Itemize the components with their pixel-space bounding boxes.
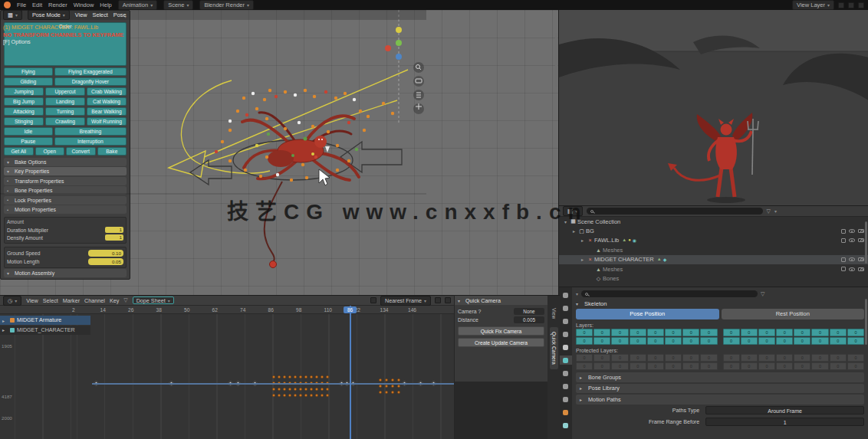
armature-layer-cell[interactable]: 0 [830,354,847,362]
snap-mode-dropdown[interactable]: Nearest Frame▾ [380,296,431,306]
viewport-menu-view[interactable]: View [75,11,87,18]
expand-arrow-icon[interactable]: ▸ [579,257,586,262]
armature-layer-cell[interactable]: 0 [811,362,828,370]
armature-layer-cell[interactable]: 0 [630,337,646,345]
mode-dropdown[interactable]: Dope Sheet▾ [133,296,174,304]
disable-render-icon[interactable] [858,267,864,271]
mode-dropdown[interactable]: Pose Mode▾ [28,10,70,20]
keyframe-selected[interactable] [385,391,388,394]
armature-layer-cell[interactable]: 0 [682,329,699,336]
properties-search-input[interactable] [581,290,758,297]
filter-icon[interactable]: ▽ [761,291,764,297]
armature-layer-cell[interactable]: 0 [741,362,758,370]
panel-bone-groups[interactable]: ▸Bone Groups [576,372,864,382]
timeline-menu-view[interactable]: View [26,297,38,304]
hide-viewport-icon[interactable] [849,229,855,233]
armature-layer-cell[interactable]: 0 [741,354,758,362]
render-engine-dropdown[interactable]: Blender Render▾ [199,0,254,10]
keyframe-selected[interactable] [397,385,400,388]
filter-icon[interactable]: ▽ [767,208,771,215]
keyframe-selected[interactable] [283,375,286,378]
armature-layer-cell[interactable]: 0 [647,362,664,370]
prop-value-dropdown[interactable]: Around Frame [705,406,864,414]
panel-pose-library[interactable]: ▸Pose Library [576,384,864,394]
armature-layer-cell[interactable]: 0 [665,337,682,345]
playhead[interactable] [350,306,351,439]
disable-render-icon[interactable] [858,257,864,261]
keyframe-selected[interactable] [299,388,302,391]
blender-logo-icon[interactable] [4,2,11,8]
properties-tab-view-layer[interactable] [559,329,572,339]
properties-tab-render[interactable] [559,303,572,313]
keyframe-selected[interactable] [379,385,382,388]
filter-icon[interactable]: ▽ [123,297,127,303]
qc-value[interactable]: 0.005 [514,316,544,323]
properties-tab-particles[interactable] [559,382,572,391]
menu-icon[interactable]: ▾ [576,291,578,296]
keyframe-selected[interactable] [385,378,388,382]
expand-arrow-icon[interactable]: ▸ [579,238,586,243]
disable-render-icon[interactable] [858,229,864,233]
armature-layer-cell[interactable]: 0 [830,337,847,345]
side-tab-quick-camera[interactable]: Quick Camera [550,327,558,369]
keyframe-selected[interactable] [299,375,302,378]
paste-keyframes-icon[interactable] [445,297,451,303]
armature-layer-cell[interactable]: 0 [794,337,810,345]
settings-icon[interactable] [858,2,864,8]
keyframe-selected[interactable] [278,375,281,378]
properties-tab-object-data[interactable] [559,355,572,365]
keyframe-selected[interactable] [315,394,318,397]
keyframe-selected[interactable] [321,388,324,391]
outliner-row-midget-character[interactable]: ▸×MIDGET CHARACTER▲◆ [559,255,868,264]
viewport-3d-canvas[interactable] [0,10,558,295]
panel-scrollbar[interactable] [555,33,557,87]
armature-layer-cell[interactable]: 0 [794,329,810,336]
armature-layer-cell[interactable]: 0 [576,337,593,345]
scene-stats-icon[interactable] [838,2,844,8]
keyframe-selected[interactable] [288,375,291,378]
keyframe-selected[interactable] [294,394,297,397]
copy-keyframes-icon[interactable] [435,297,441,303]
viewport-menu-pose[interactable]: Pose [113,11,127,18]
armature-layer-cell[interactable]: 0 [847,329,864,336]
armature-layer-cell[interactable]: 0 [576,354,593,362]
armature-layer-cell[interactable]: 0 [741,337,758,345]
properties-tab-tool[interactable] [559,290,572,300]
keyframe-selected[interactable] [321,375,324,378]
skeleton-section-header[interactable]: ▾ Skeleton [576,299,864,308]
armature-layer-cell[interactable]: 0 [611,337,628,345]
armature-layer-cell[interactable]: 0 [776,329,793,336]
properties-tab-constraints[interactable] [559,408,572,417]
armature-layer-cell[interactable]: 0 [794,354,810,362]
channel-midget-character[interactable]: ▸MIDGET_CHARACTER [0,326,90,335]
expand-arrow-icon[interactable]: ▾ [562,219,569,224]
keyframe-selected[interactable] [288,388,291,391]
properties-tab-scene[interactable] [559,342,572,352]
keyframe-selected[interactable] [379,391,382,394]
viewport-3d[interactable]: ▦▾ Pose Mode▾ ViewSelectPose (1) MIDGET … [0,10,558,295]
keyframe-selected[interactable] [272,375,275,378]
properties-tab-output[interactable] [559,316,572,326]
expand-arrow-icon[interactable]: ▸ [570,228,577,234]
armature-layer-cell[interactable]: 0 [700,362,717,370]
editor-type-dropdown[interactable]: ◷▾ [3,296,21,306]
armature-layer-cell[interactable]: 0 [847,362,864,370]
channel-midget-armature[interactable]: ▸MIDGET Armature [0,316,90,325]
armature-layer-cell[interactable]: 0 [758,362,775,370]
armature-layer-cell[interactable]: 0 [811,337,828,345]
keyframe-selected[interactable] [391,385,394,388]
armature-layer-cell[interactable]: 0 [576,329,593,336]
armature-layer-cell[interactable]: 0 [758,337,775,345]
armature-layer-cell[interactable]: 0 [647,329,664,336]
keyframe-selected[interactable] [272,388,275,391]
outliner-row-fawl-lib[interactable]: ▸×FAWL.Lib▲●◉ [559,236,868,245]
armature-layer-cell[interactable]: 0 [593,329,610,336]
armature-layer-cell[interactable]: 0 [630,362,646,370]
armature-layer-cell[interactable]: 0 [611,362,628,370]
quick-camera-header[interactable]: ▾ Quick Camera [455,296,547,305]
armature-layer-cell[interactable]: 0 [647,354,664,362]
armature-layer-cell[interactable]: 0 [811,329,828,336]
origin-gizmo[interactable] [385,27,402,60]
keyframe-selected[interactable] [310,388,313,391]
hide-viewport-icon[interactable] [849,267,855,271]
